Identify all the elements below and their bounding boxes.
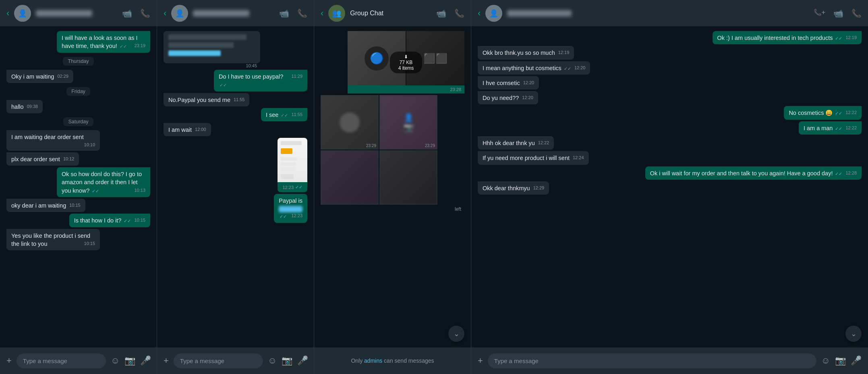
header-info-2 xyxy=(193,10,274,17)
message-bubble: Yes you like the product i send the link… xyxy=(6,229,100,251)
header-actions-2: 📹 📞 xyxy=(279,8,307,18)
emoji-icon[interactable]: ☺ xyxy=(111,355,120,366)
message-input-4[interactable] xyxy=(488,353,816,368)
chat-header-2: ‹ 👤 📹 📞 xyxy=(157,0,314,26)
message-time: 12:20 xyxy=(523,80,534,86)
message-tick: ✓✓ xyxy=(835,111,842,116)
message-bubble: I see 11:55 ✓✓ xyxy=(261,108,307,121)
voice-call-icon-4[interactable]: 📞 xyxy=(851,8,862,18)
plus-icon-2[interactable]: + xyxy=(164,355,169,366)
message-time: 12:24 xyxy=(573,155,584,161)
left-label: left xyxy=(455,206,461,212)
message-bubble: Oky i am waiting 02:29 xyxy=(6,70,73,83)
chat-input-2: + ☺ 📷 🎤 xyxy=(157,347,314,374)
message-text: I see xyxy=(266,112,278,118)
voice-call-icon-2[interactable]: 📞 xyxy=(297,8,307,18)
message-tick: ✓✓ xyxy=(220,83,227,87)
message-text: plx dear order sent xyxy=(11,156,60,162)
message-input-2[interactable] xyxy=(174,353,263,368)
back-button-3[interactable]: ‹ xyxy=(321,8,323,19)
video-call-icon-3[interactable]: 📹 xyxy=(436,8,446,18)
message-time: 12:23 xyxy=(291,213,302,218)
add-call-icon[interactable]: 📞+ xyxy=(814,8,825,18)
media-placeholder-3 xyxy=(321,95,379,150)
messages-area-1: I will have a look as soon as I have tim… xyxy=(0,26,157,347)
message-bubble: No.Paypal you send me 11:55 xyxy=(164,93,249,106)
emoji-icon-4[interactable]: ☺ xyxy=(821,355,830,366)
message-input-1[interactable] xyxy=(17,353,106,368)
message-time: 11:29 xyxy=(291,73,302,79)
video-call-icon-4[interactable]: 📹 xyxy=(833,8,843,18)
blurred-message: 10:45 xyxy=(164,31,260,68)
voice-call-icon-3[interactable]: 📞 xyxy=(454,8,464,18)
avatar-2: 👤 xyxy=(171,5,188,22)
video-call-icon-1[interactable]: 📹 xyxy=(122,8,132,18)
chat-panel-1: ‹ 👤 📹 📞 I will have a look as soon as I … xyxy=(0,0,157,374)
voice-call-icon-1[interactable]: 📞 xyxy=(140,8,150,18)
day-divider: Friday xyxy=(66,87,90,96)
admins-link[interactable]: admins xyxy=(364,357,382,364)
message-text: Hhh ok dear thnk yu xyxy=(483,140,535,146)
scroll-down-button-4[interactable]: ⌄ xyxy=(845,326,862,342)
scroll-down-button[interactable]: ⌄ xyxy=(448,326,464,342)
plus-icon[interactable]: + xyxy=(6,355,12,366)
message-time: 12:00 xyxy=(195,127,206,133)
message-time: 12:28 xyxy=(845,170,857,176)
message-time: 09:38 xyxy=(27,104,38,110)
message-tick: ✓✓ xyxy=(835,126,842,131)
plus-icon-4[interactable]: + xyxy=(478,355,483,366)
media-cell-4[interactable]: 👤📷 23:29 xyxy=(379,95,437,150)
mic-icon[interactable]: 🎤 xyxy=(140,355,151,366)
message-tick: ✓✓ xyxy=(124,218,131,223)
chat-header-3: ‹ 👥 Group Chat 📹 📞 xyxy=(314,0,471,26)
emoji-icon-2[interactable]: ☺ xyxy=(268,355,277,366)
camera-icon-4[interactable]: 📷 xyxy=(835,355,846,366)
media-cell-3[interactable]: 23:29 xyxy=(321,95,379,150)
admin-only-bar: Only admins can send messages xyxy=(314,347,471,374)
media-cell-6[interactable] xyxy=(379,150,437,205)
message-time: 12:19 xyxy=(845,35,857,41)
mic-icon-2[interactable]: 🎤 xyxy=(297,355,308,366)
message-text: No cosmetics 😄 xyxy=(789,110,833,116)
message-time: 02:29 xyxy=(57,73,68,79)
video-call-icon-2[interactable]: 📹 xyxy=(279,8,289,18)
message-tick: ✓✓ xyxy=(281,113,288,118)
back-button-1[interactable]: ‹ xyxy=(6,8,9,19)
message-bubble: I am wait 12:00 xyxy=(164,123,211,136)
item-count: 4 items xyxy=(398,65,414,71)
back-button-4[interactable]: ‹ xyxy=(478,8,481,19)
message-bubble: I mean anything but cosmetics 12:20 ✓✓ xyxy=(478,61,590,75)
mic-icon-4[interactable]: 🎤 xyxy=(851,355,862,366)
chat-input-1: + ☺ 📷 🎤 xyxy=(0,347,157,374)
camera-icon-2[interactable]: 📷 xyxy=(282,355,292,366)
message-time: 10:13 xyxy=(134,187,145,193)
message-text: Ok so how donl do this? I go to amazon a… xyxy=(62,171,142,194)
media-cell-5[interactable] xyxy=(321,150,379,205)
avatar-3: 👥 xyxy=(328,5,345,22)
message-text: Ok i will wait for my order and then tal… xyxy=(650,170,833,177)
message-bubble: No cosmetics 😄 12:22 ✓✓ xyxy=(784,106,862,119)
message-bubble: Ok i will wait for my order and then tal… xyxy=(645,166,862,180)
message-bubble: Ok so how donl do this? I go to amazon a… xyxy=(57,167,150,197)
back-button-2[interactable]: ‹ xyxy=(164,8,166,19)
message-time: 10:10 xyxy=(84,142,95,148)
media-grid-2: 23:29 👤📷 23:29 xyxy=(321,95,437,205)
media-placeholder-5 xyxy=(321,150,379,205)
message-time: 10:15 xyxy=(84,241,95,247)
message-time: 12:22 xyxy=(845,125,857,131)
message-text: I mean anything but cosmetics xyxy=(483,65,561,71)
message-time: 11:55 xyxy=(291,112,302,118)
media-placeholder-4: 👤📷 xyxy=(379,95,437,150)
download-size-label[interactable]: ⬇77 KB4 items xyxy=(390,52,422,73)
header-info-4 xyxy=(507,10,808,17)
message-bubble: Okk dear thnkmyu 12:29 xyxy=(478,181,549,195)
group-name: Group Chat xyxy=(350,10,431,17)
message-tick: ✓✓ xyxy=(835,36,842,41)
message-text: I am wait xyxy=(168,127,192,133)
camera-icon[interactable]: 📷 xyxy=(124,355,135,366)
message-time: 12:22 xyxy=(538,140,549,146)
chat-input-4: + ☺ 📷 🎤 xyxy=(471,347,868,374)
paypal-text: Paypal is xyxy=(279,197,302,204)
messages-area-2: 10:45 Do I have to use paypal? 11:29 ✓✓ … xyxy=(157,26,314,347)
message-text: Do yu need?? xyxy=(483,95,519,101)
